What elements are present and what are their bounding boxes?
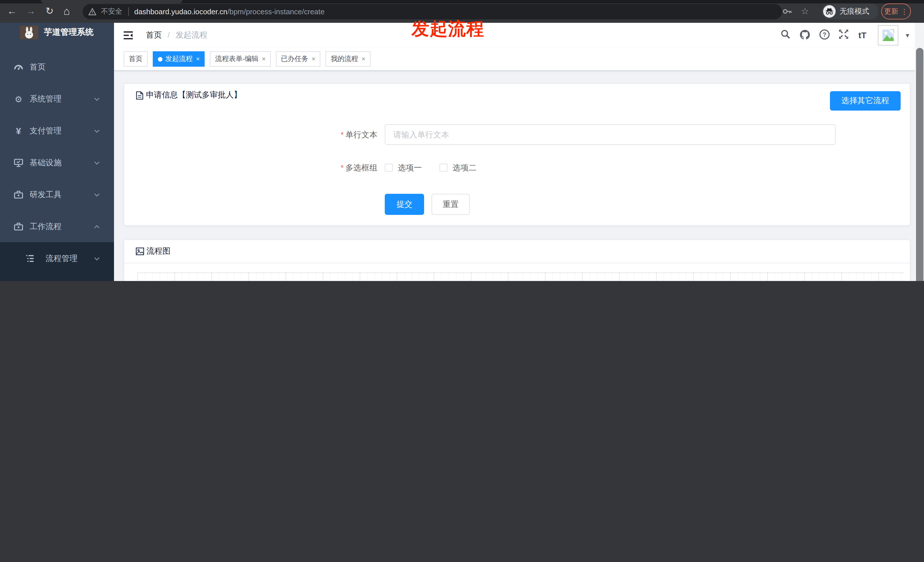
tag-home[interactable]: 首页 — [124, 51, 148, 67]
url-path: /bpm/process-instance/create — [227, 7, 325, 16]
sidebar-item-task-mgmt[interactable]: 任务管理 — [0, 279, 114, 281]
sidebar-item-home[interactable]: 首页 — [0, 56, 114, 79]
sidebar-logo[interactable]: 芋道管理系统 — [0, 23, 114, 50]
sidebar-item-label: 支付管理 — [30, 126, 62, 136]
update-label: 更新 — [884, 6, 898, 16]
monitor-icon — [14, 158, 23, 168]
reset-button[interactable]: 重置 — [432, 194, 470, 215]
close-icon[interactable]: × — [262, 52, 266, 66]
app-header: 首页 / 发起流程 ? tT — [114, 23, 915, 48]
close-icon[interactable]: × — [196, 52, 200, 66]
chevron-down-icon — [93, 160, 100, 166]
font-size-icon[interactable]: tT — [856, 29, 869, 42]
tag-my-process[interactable]: 我的流程 × — [326, 51, 370, 67]
tag-label: 发起流程 — [165, 52, 193, 66]
tag-label: 流程表单-编辑 — [215, 52, 258, 66]
warning-icon — [88, 8, 96, 15]
gear-icon: ⚙ — [14, 94, 23, 104]
scrollbar-thumb[interactable] — [916, 48, 923, 281]
incognito-label: 无痕模式 — [840, 6, 869, 16]
diagram-card-title: 流程图 — [136, 246, 170, 256]
avatar-caret-icon[interactable]: ▾ — [901, 29, 914, 42]
select-other-process-button[interactable]: 选择其它流程 — [830, 91, 901, 111]
bookmark-star-icon[interactable]: ☆ — [798, 4, 812, 19]
close-icon[interactable]: × — [362, 52, 365, 66]
close-icon[interactable]: × — [312, 52, 315, 66]
browser-back-icon[interactable]: ← — [4, 4, 20, 19]
browser-reload-icon[interactable]: ↻ — [42, 4, 57, 19]
sidebar-item-label: 基础设施 — [30, 158, 62, 168]
bpmn-diagram: 1.1 1.2 — [137, 273, 904, 281]
image-icon — [136, 247, 144, 255]
submit-button[interactable]: 提交 — [385, 194, 424, 215]
flow-diagram-card: 流程图 — [124, 240, 910, 281]
url-domain: dashboard.yudao.iocoder.cn — [134, 7, 227, 16]
app-page: 芋道管理系统 首页 ⚙ 系统管理 ¥ 支付管理 — [0, 23, 924, 281]
required-asterisk: * — [340, 163, 344, 172]
breadcrumb-home[interactable]: 首页 — [146, 30, 162, 40]
browser-forward-icon[interactable]: → — [23, 4, 38, 19]
password-key-icon[interactable] — [782, 6, 793, 16]
sidebar-item-system[interactable]: ⚙ 系统管理 — [0, 88, 114, 111]
toolbox-icon — [14, 190, 23, 200]
tag-label: 已办任务 — [281, 52, 308, 66]
sidebar-item-label: 系统管理 — [30, 94, 62, 104]
active-dot — [158, 57, 162, 61]
sidebar-item-label: 研发工具 — [30, 190, 62, 200]
single-line-text-input[interactable] — [385, 124, 836, 145]
document-icon — [136, 91, 144, 99]
tag-label: 我的流程 — [331, 52, 358, 66]
sidebar: 芋道管理系统 首页 ⚙ 系统管理 ¥ 支付管理 — [0, 23, 114, 281]
apply-card-title: 申请信息【测试多审批人】 — [136, 90, 242, 100]
checkbox-option-2[interactable] — [440, 163, 447, 172]
sidebar-item-process-mgmt[interactable]: 流程管理 — [0, 247, 114, 270]
field-label-text-input: *单行文本 — [263, 130, 377, 140]
tag-create-process[interactable]: 发起流程 × — [153, 51, 205, 67]
reset-label: 重置 — [442, 199, 459, 210]
browser-home-icon[interactable]: ⌂ — [59, 4, 74, 19]
chrome-update-button[interactable]: 更新 ⋮ — [881, 3, 911, 19]
annotation-title: 发起流程 — [411, 17, 484, 41]
sidebar-toggle-icon[interactable] — [124, 31, 133, 40]
yen-icon: ¥ — [14, 126, 23, 136]
fullscreen-icon[interactable] — [837, 29, 850, 42]
tag-done-tasks[interactable]: 已办任务 × — [276, 51, 321, 67]
browser-active-tab[interactable] — [41, 0, 182, 3]
checkbox-option-1[interactable] — [385, 163, 393, 172]
incognito-icon — [823, 5, 836, 18]
app-title: 芋道管理系统 — [44, 27, 93, 37]
page-scrollbar[interactable] — [915, 23, 924, 281]
search-icon[interactable] — [779, 29, 792, 42]
sidebar-item-devtools[interactable]: 研发工具 — [0, 184, 114, 206]
chrome-menu-icon[interactable]: ⋮ — [901, 7, 908, 16]
sidebar-item-payment[interactable]: ¥ 支付管理 — [0, 120, 114, 142]
tag-form-edit[interactable]: 流程表单-编辑 × — [210, 51, 271, 67]
chevron-down-icon — [93, 128, 100, 135]
sidebar-item-infrastructure[interactable]: 基础设施 — [0, 151, 114, 174]
github-icon[interactable] — [799, 29, 811, 42]
svg-text:?: ? — [822, 31, 826, 38]
browser-tabstrip — [0, 0, 924, 3]
sidebar-item-label: 首页 — [30, 62, 46, 72]
apply-title-text: 申请信息【测试多审批人】 — [146, 90, 242, 100]
content: 申请信息【测试多审批人】 选择其它流程 *单行文本 *多选框组 选项一 — [114, 71, 915, 281]
bpmn-canvas[interactable]: 1.1 1.2 — [137, 273, 904, 281]
checkbox-option-1-label[interactable]: 选项一 — [398, 163, 422, 173]
urlbar-divider — [128, 7, 129, 16]
field-label-checkbox-group: *多选框组 — [263, 163, 377, 173]
sidebar-item-workflow[interactable]: 工作流程 — [0, 216, 114, 238]
sidebar-item-label: 流程管理 — [46, 254, 78, 264]
logo-avatar — [20, 25, 38, 39]
checkbox-option-2-label[interactable]: 选项二 — [453, 163, 477, 173]
chevron-down-icon — [93, 255, 100, 262]
submit-label: 提交 — [396, 199, 412, 210]
tag-label: 首页 — [129, 52, 142, 66]
chevron-down-icon — [93, 192, 100, 198]
briefcase-icon — [14, 222, 23, 232]
breadcrumb-separator: / — [168, 30, 170, 39]
card-divider — [124, 263, 910, 263]
dashboard-icon — [14, 62, 23, 72]
select-other-process-label: 选择其它流程 — [842, 96, 889, 106]
avatar[interactable] — [878, 25, 898, 46]
help-icon[interactable]: ? — [818, 29, 831, 42]
